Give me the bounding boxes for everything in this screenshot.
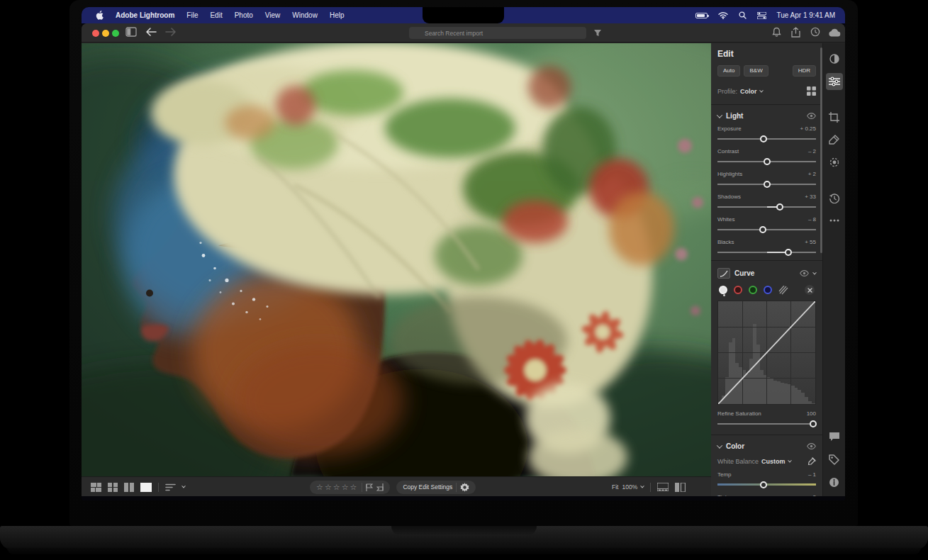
- more-options-icon[interactable]: [826, 212, 843, 229]
- chevron-down-icon[interactable]: [181, 484, 186, 488]
- cloud-icon[interactable]: [828, 28, 841, 37]
- eye-icon[interactable]: [807, 113, 816, 119]
- slider-handle[interactable]: [785, 249, 792, 256]
- slider-handle[interactable]: [810, 420, 817, 427]
- curve-line[interactable]: [718, 301, 815, 404]
- star-rating[interactable]: ☆☆☆☆☆: [316, 483, 358, 492]
- filter-icon[interactable]: [593, 29, 602, 37]
- slider-value: – 8: [808, 216, 816, 223]
- slider-track[interactable]: [717, 203, 816, 211]
- menu-photo[interactable]: Photo: [235, 11, 253, 19]
- back-arrow-icon[interactable]: [145, 27, 157, 37]
- view-detail-icon[interactable]: [140, 483, 152, 492]
- crop-icon[interactable]: [826, 108, 843, 125]
- color-section-header[interactable]: Color: [717, 442, 816, 450]
- sync-status-icon[interactable]: [810, 27, 820, 37]
- curve-section-header[interactable]: Curve: [717, 268, 816, 279]
- healing-icon[interactable]: [826, 131, 843, 148]
- hdr-button[interactable]: HDR: [793, 65, 816, 77]
- profile-row[interactable]: Profile: Color: [717, 86, 816, 96]
- menubar-app-name[interactable]: Adobe Lightroom: [116, 11, 174, 19]
- slider-label: Exposure: [717, 125, 742, 133]
- slider-exposure: Exposure+ 0.25: [717, 125, 816, 142]
- channel-red-button[interactable]: [734, 286, 742, 294]
- parametric-curve-icon[interactable]: [778, 286, 788, 295]
- minimize-button[interactable]: [102, 30, 109, 37]
- auto-button[interactable]: Auto: [717, 65, 740, 77]
- wifi-icon[interactable]: [718, 12, 728, 19]
- menu-view[interactable]: View: [265, 11, 281, 19]
- info-icon[interactable]: [826, 474, 843, 491]
- slider-track[interactable]: [717, 248, 816, 256]
- slider-track[interactable]: [717, 481, 816, 488]
- chevron-down-icon: [788, 459, 792, 463]
- slider-track[interactable]: [717, 180, 816, 188]
- copy-edit-settings-button[interactable]: Copy Edit Settings: [403, 483, 452, 491]
- eye-icon[interactable]: [800, 270, 809, 276]
- close-button[interactable]: [92, 30, 99, 37]
- slider-track[interactable]: [717, 135, 816, 142]
- menu-edit[interactable]: Edit: [210, 11, 222, 19]
- copy-edit-settings-group: Copy Edit Settings: [396, 481, 476, 494]
- slider-handle[interactable]: [760, 135, 767, 142]
- flag-pick-icon[interactable]: [366, 483, 373, 491]
- sort-icon[interactable]: [165, 483, 176, 491]
- profile-browser-icon[interactable]: [807, 86, 816, 96]
- slider-handle[interactable]: [760, 481, 767, 488]
- slider-tint: Tint– 2: [717, 494, 816, 496]
- divider: [456, 483, 457, 492]
- white-balance-label: White Balance: [717, 458, 759, 465]
- slider-handle[interactable]: [759, 226, 766, 233]
- versions-icon[interactable]: [826, 189, 843, 206]
- control-center-icon[interactable]: [757, 12, 766, 19]
- menu-file[interactable]: File: [186, 11, 198, 19]
- chevron-down-icon: [640, 484, 644, 488]
- tone-curve-editor[interactable]: [717, 301, 816, 405]
- view-compare-icon[interactable]: [124, 483, 134, 492]
- apple-icon[interactable]: [96, 11, 104, 20]
- slider-whites: Whites– 8: [717, 216, 816, 233]
- slider-handle[interactable]: [764, 158, 771, 165]
- view-photo-grid-icon[interactable]: [91, 483, 101, 492]
- slider-track[interactable]: [717, 225, 816, 233]
- channel-green-button[interactable]: [749, 286, 757, 294]
- fit-label[interactable]: Fit: [612, 483, 618, 491]
- search-input[interactable]: [409, 27, 586, 39]
- menu-window[interactable]: Window: [292, 11, 318, 19]
- eyedropper-icon[interactable]: [807, 457, 816, 466]
- light-section-header[interactable]: Light: [717, 112, 816, 120]
- slider-handle[interactable]: [764, 181, 771, 188]
- forward-arrow-icon[interactable]: [165, 27, 177, 37]
- photo-canvas[interactable]: [82, 43, 711, 476]
- keywords-tag-icon[interactable]: [826, 451, 843, 468]
- curve-reset-icon[interactable]: [805, 285, 815, 295]
- zoom-control[interactable]: Fit 100%: [612, 483, 644, 491]
- gear-icon[interactable]: [460, 483, 469, 492]
- comments-icon[interactable]: [826, 428, 843, 445]
- view-square-grid-icon[interactable]: [108, 483, 118, 492]
- white-balance-row[interactable]: White Balance Custom: [717, 457, 816, 466]
- sidebar-toggle-icon[interactable]: [125, 27, 137, 37]
- slider-track[interactable]: [717, 420, 816, 427]
- menubar-clock[interactable]: Tue Apr 1 9:41 AM: [777, 11, 835, 19]
- bw-button[interactable]: B&W: [744, 65, 768, 77]
- filmstrip-toggle-icon[interactable]: [657, 483, 669, 491]
- masking-icon[interactable]: [826, 154, 843, 171]
- slider-handle[interactable]: [776, 203, 783, 211]
- zoom-button[interactable]: [112, 30, 119, 37]
- eye-icon[interactable]: [807, 443, 816, 449]
- edit-sliders-icon[interactable]: [826, 73, 843, 90]
- channel-rgb-button[interactable]: [719, 286, 727, 294]
- chevron-down-icon[interactable]: [812, 270, 817, 274]
- curve-tool-icon[interactable]: [717, 268, 730, 279]
- menu-help[interactable]: Help: [330, 11, 345, 19]
- notifications-bell-icon[interactable]: [772, 27, 781, 37]
- share-icon[interactable]: [791, 27, 800, 38]
- channel-blue-button[interactable]: [764, 286, 772, 294]
- battery-icon[interactable]: [695, 13, 708, 18]
- slider-track[interactable]: [717, 157, 816, 165]
- presets-icon[interactable]: [826, 50, 843, 67]
- flag-reject-icon[interactable]: [376, 483, 384, 491]
- before-after-icon[interactable]: [675, 483, 686, 492]
- spotlight-search-icon[interactable]: [739, 11, 747, 19]
